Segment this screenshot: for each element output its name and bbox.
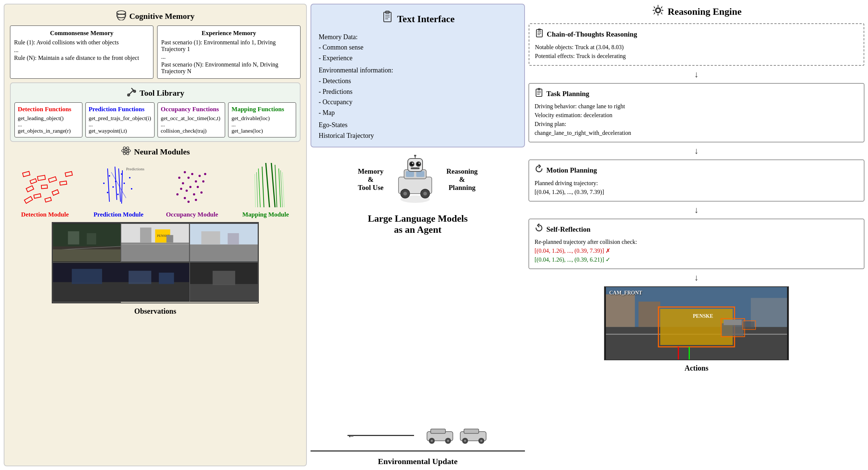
svg-line-64 [281,170,282,207]
task-line-2: Velocity estimation: deceleration [535,111,858,120]
llm-agent-section: Memory&Tool Use [311,151,525,415]
svg-rect-19 [24,197,32,204]
memory-item-2: - Experience [319,53,517,64]
svg-point-115 [418,163,420,164]
svg-point-128 [464,440,466,442]
svg-rect-11 [30,179,37,184]
left-arrow-line: ← [347,435,414,436]
svg-point-55 [176,193,179,195]
svg-point-30 [112,186,114,188]
task-line-1: Driving behavior: change lane to right [535,102,858,111]
env-item-3: - Occupancy [319,97,517,108]
svg-rect-14 [41,185,47,188]
svg-rect-74 [121,243,189,262]
svg-point-47 [180,188,182,190]
svg-line-23 [115,167,117,200]
car-icons [425,426,488,445]
svg-point-108 [423,192,427,195]
task-planning-title: Task Planning [535,88,858,100]
svg-point-48 [197,186,199,188]
svg-point-46 [199,175,201,177]
svg-text:Predictions: Predictions [126,167,145,171]
svg-point-32 [107,192,108,193]
commonsense-line-3: Rule (N): Maintain a safe distance to th… [14,55,149,61]
svg-rect-90 [190,284,258,301]
svg-point-130 [480,440,482,442]
actions-label: Actions [685,364,708,372]
svg-point-56 [204,173,206,175]
svg-line-2 [128,91,133,96]
svg-point-106 [403,192,407,195]
svg-rect-116 [411,167,420,169]
svg-rect-81 [190,245,258,262]
env-item-4: - Map [319,108,517,118]
clipboard3-icon [535,88,543,100]
svg-point-27 [109,175,110,177]
svg-rect-104 [416,171,424,177]
right-panel: Reasoning Engine Chain-of-Thoughts Reaso… [529,4,864,466]
observations-section: CAM_FRONT_LEFT CAM_FRONT [10,222,301,316]
svg-point-114 [412,163,413,164]
detection-module: Detection Module [16,161,75,218]
svg-point-52 [202,180,204,183]
llm-title: Large Language Models as an Agent [368,213,468,235]
svg-line-66 [282,172,284,207]
neural-modules-section: Neural Modules [10,146,301,218]
svg-rect-145 [606,294,635,327]
arrow-1: ↓ [529,69,864,79]
svg-rect-91 [213,271,235,285]
svg-text:PENSKE: PENSKE [693,313,713,319]
svg-point-49 [184,197,186,199]
svg-point-44 [186,190,188,192]
neural-modules-title: Neural Modules [10,146,301,158]
svg-rect-86 [72,269,102,284]
svg-rect-16 [34,194,41,198]
svg-rect-18 [60,181,67,185]
middle-panel: Text Interface Memory Data: - Common sen… [311,4,525,466]
detection-functions-box: Detection Functions get_leading_object()… [14,102,82,137]
reflection-line-1: Re-planned trajectory after collision ch… [535,238,858,246]
svg-rect-69 [68,231,79,245]
gear-icon [651,4,665,20]
reflection-line-3: [(0.04, 1.26), ..., (0.39, 6.21)] ✓ [535,255,858,264]
tool-library-section: Tool Library Detection Functions get_lea… [10,82,301,142]
motion-planning-box: Motion Planning Planned driving trajecto… [529,160,864,201]
svg-line-59 [262,167,264,207]
svg-rect-87 [129,271,151,284]
tools-icon [126,87,137,99]
svg-rect-154 [722,323,744,336]
detection-visual [16,161,75,209]
svg-point-28 [115,181,116,182]
task-line-4: change_lane_to_right_with_deceleration [535,129,858,137]
env-item-1: - Detections [319,76,517,86]
self-reflection-title: Self-Reflection [535,224,858,236]
svg-rect-83 [228,233,239,245]
svg-rect-126 [464,429,479,433]
arrow-2: ↓ [529,146,864,156]
svg-rect-88 [159,273,174,284]
svg-point-33 [117,194,119,195]
svg-point-132 [656,8,660,12]
svg-rect-12 [37,175,45,180]
env-update-label: Environmental Update [378,457,457,466]
observations-label: Observations [134,307,176,316]
text-interface-box: Text Interface Memory Data: - Common sen… [311,4,525,147]
svg-line-65 [255,174,255,207]
svg-point-36 [131,188,132,190]
memory-item-1: - Common sense [319,42,517,53]
svg-line-61 [258,168,260,207]
prediction-module: Predictions Prediction Module [89,161,148,218]
chain-thoughts-title: Chain-of-Thoughts Reasoning [535,28,858,41]
svg-rect-10 [23,171,30,177]
historical-trajectory: Historical Trajectory [319,130,517,141]
svg-point-45 [193,193,195,195]
svg-rect-103 [406,171,414,177]
occupancy-functions-box: Occupancy Functions get_occ_at_loc_time(… [157,102,226,137]
svg-rect-120 [431,429,445,433]
svg-line-24 [122,170,122,204]
svg-point-124 [447,440,449,442]
mapping-functions-box: Mapping Functions get_drivable(loc) ... … [228,102,296,137]
svg-rect-157 [743,321,754,329]
database-icon [116,10,126,23]
ego-states: Ego-States [319,120,517,130]
